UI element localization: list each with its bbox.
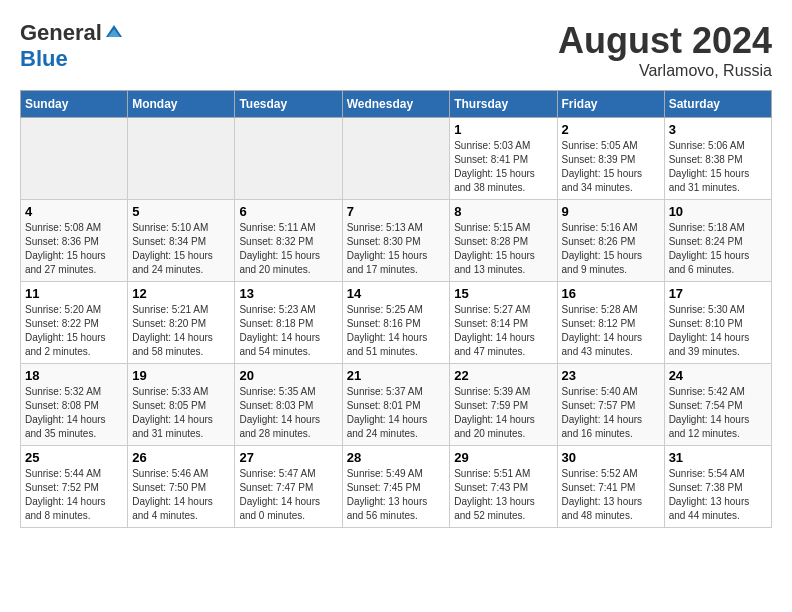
- day-number: 2: [562, 122, 660, 137]
- day-number: 6: [239, 204, 337, 219]
- day-info: Sunrise: 5:18 AM Sunset: 8:24 PM Dayligh…: [669, 221, 767, 277]
- calendar-cell: 29Sunrise: 5:51 AM Sunset: 7:43 PM Dayli…: [450, 446, 557, 528]
- calendar-cell: 23Sunrise: 5:40 AM Sunset: 7:57 PM Dayli…: [557, 364, 664, 446]
- logo: General Blue: [20, 20, 124, 72]
- calendar-cell: 8Sunrise: 5:15 AM Sunset: 8:28 PM Daylig…: [450, 200, 557, 282]
- calendar-cell: 1Sunrise: 5:03 AM Sunset: 8:41 PM Daylig…: [450, 118, 557, 200]
- weekday-header-sunday: Sunday: [21, 91, 128, 118]
- day-number: 17: [669, 286, 767, 301]
- calendar-cell: [21, 118, 128, 200]
- calendar-week-1: 1Sunrise: 5:03 AM Sunset: 8:41 PM Daylig…: [21, 118, 772, 200]
- day-info: Sunrise: 5:40 AM Sunset: 7:57 PM Dayligh…: [562, 385, 660, 441]
- day-number: 11: [25, 286, 123, 301]
- calendar-cell: 30Sunrise: 5:52 AM Sunset: 7:41 PM Dayli…: [557, 446, 664, 528]
- day-number: 14: [347, 286, 446, 301]
- day-number: 27: [239, 450, 337, 465]
- day-info: Sunrise: 5:37 AM Sunset: 8:01 PM Dayligh…: [347, 385, 446, 441]
- day-info: Sunrise: 5:03 AM Sunset: 8:41 PM Dayligh…: [454, 139, 552, 195]
- day-info: Sunrise: 5:21 AM Sunset: 8:20 PM Dayligh…: [132, 303, 230, 359]
- calendar-cell: 14Sunrise: 5:25 AM Sunset: 8:16 PM Dayli…: [342, 282, 450, 364]
- day-number: 25: [25, 450, 123, 465]
- day-number: 10: [669, 204, 767, 219]
- calendar-week-2: 4Sunrise: 5:08 AM Sunset: 8:36 PM Daylig…: [21, 200, 772, 282]
- day-info: Sunrise: 5:39 AM Sunset: 7:59 PM Dayligh…: [454, 385, 552, 441]
- calendar-cell: 22Sunrise: 5:39 AM Sunset: 7:59 PM Dayli…: [450, 364, 557, 446]
- day-number: 3: [669, 122, 767, 137]
- day-number: 1: [454, 122, 552, 137]
- day-number: 16: [562, 286, 660, 301]
- day-info: Sunrise: 5:54 AM Sunset: 7:38 PM Dayligh…: [669, 467, 767, 523]
- day-info: Sunrise: 5:11 AM Sunset: 8:32 PM Dayligh…: [239, 221, 337, 277]
- day-info: Sunrise: 5:08 AM Sunset: 8:36 PM Dayligh…: [25, 221, 123, 277]
- calendar-cell: 10Sunrise: 5:18 AM Sunset: 8:24 PM Dayli…: [664, 200, 771, 282]
- day-info: Sunrise: 5:16 AM Sunset: 8:26 PM Dayligh…: [562, 221, 660, 277]
- calendar-cell: [128, 118, 235, 200]
- calendar-cell: 26Sunrise: 5:46 AM Sunset: 7:50 PM Dayli…: [128, 446, 235, 528]
- day-info: Sunrise: 5:49 AM Sunset: 7:45 PM Dayligh…: [347, 467, 446, 523]
- day-info: Sunrise: 5:23 AM Sunset: 8:18 PM Dayligh…: [239, 303, 337, 359]
- day-number: 24: [669, 368, 767, 383]
- calendar-cell: 28Sunrise: 5:49 AM Sunset: 7:45 PM Dayli…: [342, 446, 450, 528]
- day-number: 5: [132, 204, 230, 219]
- location-subtitle: Varlamovo, Russia: [558, 62, 772, 80]
- day-info: Sunrise: 5:05 AM Sunset: 8:39 PM Dayligh…: [562, 139, 660, 195]
- calendar-cell: 5Sunrise: 5:10 AM Sunset: 8:34 PM Daylig…: [128, 200, 235, 282]
- logo-icon: [104, 23, 124, 43]
- day-info: Sunrise: 5:47 AM Sunset: 7:47 PM Dayligh…: [239, 467, 337, 523]
- day-number: 4: [25, 204, 123, 219]
- calendar-week-5: 25Sunrise: 5:44 AM Sunset: 7:52 PM Dayli…: [21, 446, 772, 528]
- calendar-week-3: 11Sunrise: 5:20 AM Sunset: 8:22 PM Dayli…: [21, 282, 772, 364]
- day-info: Sunrise: 5:33 AM Sunset: 8:05 PM Dayligh…: [132, 385, 230, 441]
- page-header: General Blue August 2024 Varlamovo, Russ…: [20, 20, 772, 80]
- day-info: Sunrise: 5:20 AM Sunset: 8:22 PM Dayligh…: [25, 303, 123, 359]
- day-number: 19: [132, 368, 230, 383]
- day-info: Sunrise: 5:35 AM Sunset: 8:03 PM Dayligh…: [239, 385, 337, 441]
- calendar-cell: 27Sunrise: 5:47 AM Sunset: 7:47 PM Dayli…: [235, 446, 342, 528]
- logo-general-text: General: [20, 20, 102, 46]
- day-info: Sunrise: 5:10 AM Sunset: 8:34 PM Dayligh…: [132, 221, 230, 277]
- calendar-cell: 4Sunrise: 5:08 AM Sunset: 8:36 PM Daylig…: [21, 200, 128, 282]
- calendar-cell: 25Sunrise: 5:44 AM Sunset: 7:52 PM Dayli…: [21, 446, 128, 528]
- day-number: 22: [454, 368, 552, 383]
- calendar-cell: 6Sunrise: 5:11 AM Sunset: 8:32 PM Daylig…: [235, 200, 342, 282]
- calendar-cell: 17Sunrise: 5:30 AM Sunset: 8:10 PM Dayli…: [664, 282, 771, 364]
- weekday-header-saturday: Saturday: [664, 91, 771, 118]
- day-info: Sunrise: 5:28 AM Sunset: 8:12 PM Dayligh…: [562, 303, 660, 359]
- weekday-header-row: SundayMondayTuesdayWednesdayThursdayFrid…: [21, 91, 772, 118]
- calendar-cell: 31Sunrise: 5:54 AM Sunset: 7:38 PM Dayli…: [664, 446, 771, 528]
- calendar-cell: 15Sunrise: 5:27 AM Sunset: 8:14 PM Dayli…: [450, 282, 557, 364]
- day-info: Sunrise: 5:13 AM Sunset: 8:30 PM Dayligh…: [347, 221, 446, 277]
- calendar-week-4: 18Sunrise: 5:32 AM Sunset: 8:08 PM Dayli…: [21, 364, 772, 446]
- day-info: Sunrise: 5:15 AM Sunset: 8:28 PM Dayligh…: [454, 221, 552, 277]
- day-number: 9: [562, 204, 660, 219]
- calendar-cell: [235, 118, 342, 200]
- calendar-cell: 9Sunrise: 5:16 AM Sunset: 8:26 PM Daylig…: [557, 200, 664, 282]
- calendar-cell: 7Sunrise: 5:13 AM Sunset: 8:30 PM Daylig…: [342, 200, 450, 282]
- calendar-cell: 13Sunrise: 5:23 AM Sunset: 8:18 PM Dayli…: [235, 282, 342, 364]
- calendar-cell: 3Sunrise: 5:06 AM Sunset: 8:38 PM Daylig…: [664, 118, 771, 200]
- calendar-cell: 21Sunrise: 5:37 AM Sunset: 8:01 PM Dayli…: [342, 364, 450, 446]
- day-number: 15: [454, 286, 552, 301]
- day-number: 31: [669, 450, 767, 465]
- day-info: Sunrise: 5:32 AM Sunset: 8:08 PM Dayligh…: [25, 385, 123, 441]
- logo-blue-text: Blue: [20, 46, 68, 72]
- day-info: Sunrise: 5:51 AM Sunset: 7:43 PM Dayligh…: [454, 467, 552, 523]
- day-number: 28: [347, 450, 446, 465]
- day-number: 12: [132, 286, 230, 301]
- weekday-header-tuesday: Tuesday: [235, 91, 342, 118]
- month-year-title: August 2024: [558, 20, 772, 62]
- title-section: August 2024 Varlamovo, Russia: [558, 20, 772, 80]
- day-info: Sunrise: 5:30 AM Sunset: 8:10 PM Dayligh…: [669, 303, 767, 359]
- weekday-header-friday: Friday: [557, 91, 664, 118]
- calendar-table: SundayMondayTuesdayWednesdayThursdayFrid…: [20, 90, 772, 528]
- calendar-cell: 2Sunrise: 5:05 AM Sunset: 8:39 PM Daylig…: [557, 118, 664, 200]
- weekday-header-thursday: Thursday: [450, 91, 557, 118]
- day-number: 21: [347, 368, 446, 383]
- calendar-cell: 20Sunrise: 5:35 AM Sunset: 8:03 PM Dayli…: [235, 364, 342, 446]
- calendar-cell: 24Sunrise: 5:42 AM Sunset: 7:54 PM Dayli…: [664, 364, 771, 446]
- day-number: 30: [562, 450, 660, 465]
- day-number: 23: [562, 368, 660, 383]
- day-info: Sunrise: 5:46 AM Sunset: 7:50 PM Dayligh…: [132, 467, 230, 523]
- day-info: Sunrise: 5:27 AM Sunset: 8:14 PM Dayligh…: [454, 303, 552, 359]
- day-number: 29: [454, 450, 552, 465]
